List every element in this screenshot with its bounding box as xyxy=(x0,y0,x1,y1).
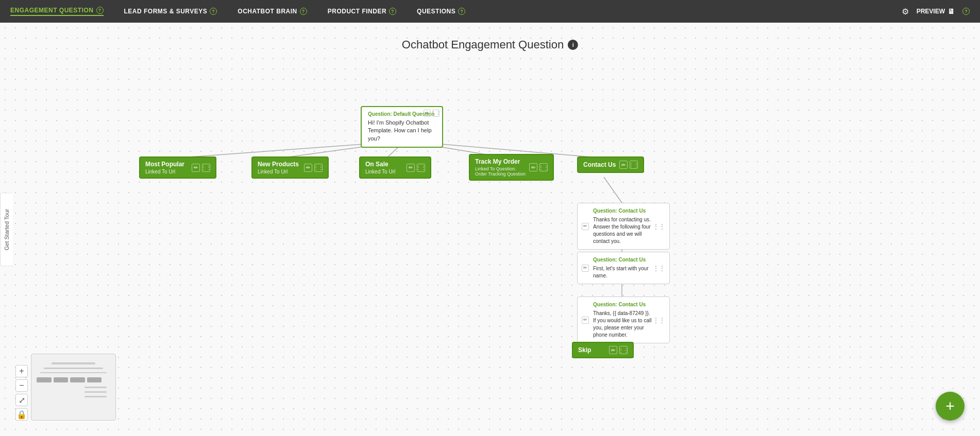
preview-help-icon[interactable]: ? xyxy=(962,8,970,15)
most-popular-label: Most Popular xyxy=(145,161,189,168)
new-products-label: New Products xyxy=(258,161,301,168)
nav-product-finder[interactable]: PRODUCT FINDER ? xyxy=(328,8,396,15)
q2-drag-icon[interactable]: ⋮⋮ xyxy=(653,264,665,272)
q3-text: Thanks, {{ data-87249 }}. If you would l… xyxy=(593,310,654,339)
svg-line-5 xyxy=(604,177,622,203)
preview-button[interactable]: PREVIEW 🖥 xyxy=(917,7,955,15)
q3-title: Question: Contact Us xyxy=(593,301,654,308)
settings-icon[interactable]: ⚙ xyxy=(902,7,909,16)
question-node-2[interactable]: ✏ Question: Contact Us First, let's star… xyxy=(577,252,670,284)
minimap xyxy=(31,354,116,421)
zoom-out-icon: − xyxy=(19,381,24,390)
nav-right-section: ⚙ PREVIEW 🖥 ? xyxy=(902,7,970,16)
get-started-label: Get Started Tour xyxy=(4,208,10,250)
on-sale-sub: Linked To Url xyxy=(365,169,403,175)
zoom-out-button[interactable]: − xyxy=(15,379,28,392)
on-sale-node[interactable]: On Sale Linked To Url ✏ ⋮⋮ xyxy=(359,156,431,179)
question-node-1[interactable]: ✏ Question: Contact Us Thanks for contac… xyxy=(577,203,670,250)
contact-us-drag-icon[interactable]: ⋮⋮ xyxy=(630,161,638,169)
preview-screen-icon: 🖥 xyxy=(948,7,955,15)
page-title-text: Ochatbot Engagement Question xyxy=(402,38,564,51)
zoom-lock-icon: 🔒 xyxy=(16,410,27,420)
question-node-3[interactable]: ✏ Question: Contact Us Thanks, {{ data-8… xyxy=(577,297,670,343)
minimap-line-3 xyxy=(40,372,107,373)
minimap-line-1 xyxy=(52,362,96,364)
root-node-text: Hi! I'm Shopify Ochatbot Template. How c… xyxy=(368,119,436,143)
q3-edit-icon[interactable]: ✏ xyxy=(582,317,589,324)
nav-engagement-question[interactable]: ENGAGEMENT QUESTION ? xyxy=(10,7,104,16)
q2-edit-icon[interactable]: ✏ xyxy=(582,265,589,272)
skip-label: Skip xyxy=(578,346,606,354)
minimap-line-5 xyxy=(85,391,107,393)
skip-node[interactable]: Skip ✏ ⋮⋮ xyxy=(572,342,634,358)
contact-us-label: Contact Us xyxy=(583,161,616,168)
page-title: Ochatbot Engagement Question i xyxy=(402,38,578,51)
q1-edit-icon[interactable]: ✏ xyxy=(582,223,589,230)
new-products-node[interactable]: New Products Linked To Url ✏ ⋮⋮ xyxy=(251,156,329,179)
nav-engagement-label: ENGAGEMENT QUESTION xyxy=(10,7,94,14)
top-navigation: ENGAGEMENT QUESTION ? LEAD FORMS & SURVE… xyxy=(0,0,980,23)
engagement-help-icon[interactable]: ? xyxy=(96,7,104,14)
q1-text: Thanks for contacting us. Answer the fol… xyxy=(593,216,654,245)
skip-drag-icon[interactable]: ⋮⋮ xyxy=(619,346,628,354)
q2-text: First, let's start with your name. xyxy=(593,265,654,280)
nav-lead-forms-label: LEAD FORMS & SURVEYS xyxy=(124,8,208,15)
nav-questions[interactable]: QUESTIONS ? xyxy=(417,8,465,15)
most-popular-node[interactable]: Most Popular Linked To Url ✏ ⋮⋮ xyxy=(139,156,216,179)
track-order-label: Track My Order xyxy=(475,158,526,165)
canvas-area: Get Started Tour Ochatbot Engagement Que… xyxy=(0,23,980,436)
on-sale-label: On Sale xyxy=(365,161,403,168)
zoom-in-icon: + xyxy=(19,367,24,376)
brain-help-icon[interactable]: ? xyxy=(300,8,307,15)
root-node-drag-icon[interactable]: ⋮⋮ xyxy=(432,110,440,117)
minimap-nodes-row xyxy=(37,377,110,382)
questions-help-icon[interactable]: ? xyxy=(458,8,465,15)
page-info-icon[interactable]: i xyxy=(568,40,578,50)
nav-brain-label: OCHATBOT BRAIN xyxy=(238,8,297,15)
skip-edit-icon[interactable]: ✏ xyxy=(609,346,617,354)
zoom-fit-button[interactable]: ⤢ xyxy=(15,394,28,406)
get-started-tab[interactable]: Get Started Tour xyxy=(0,193,13,266)
track-order-drag-icon[interactable]: ⋮⋮ xyxy=(539,163,548,171)
nav-questions-label: QUESTIONS xyxy=(417,8,455,15)
most-popular-drag-icon[interactable]: ⋮⋮ xyxy=(202,164,210,172)
nav-lead-forms[interactable]: LEAD FORMS & SURVEYS ? xyxy=(124,8,217,15)
q1-drag-icon[interactable]: ⋮⋮ xyxy=(653,222,665,231)
most-popular-edit-icon[interactable]: ✏ xyxy=(192,164,200,172)
connection-lines xyxy=(0,23,980,436)
preview-label: PREVIEW xyxy=(917,8,945,15)
contact-us-node[interactable]: Contact Us ✏ ⋮⋮ xyxy=(577,156,644,173)
on-sale-edit-icon[interactable]: ✏ xyxy=(407,164,415,172)
new-products-sub: Linked To Url xyxy=(258,169,301,175)
track-order-edit-icon[interactable]: ✏ xyxy=(529,163,537,171)
minimap-line-6 xyxy=(85,396,107,397)
new-products-edit-icon[interactable]: ✏ xyxy=(304,164,312,172)
q1-title: Question: Contact Us xyxy=(593,207,654,215)
zoom-lock-button[interactable]: 🔒 xyxy=(15,408,28,421)
new-products-drag-icon[interactable]: ⋮⋮ xyxy=(314,164,323,172)
minimap-line-2 xyxy=(44,368,103,369)
add-fab-button[interactable]: + xyxy=(936,392,965,421)
lead-forms-help-icon[interactable]: ? xyxy=(210,8,217,15)
track-order-sub: Linked To Question: Order Tracking Quest… xyxy=(475,166,526,177)
most-popular-sub: Linked To Url xyxy=(145,169,189,175)
root-node-edit-icon[interactable]: ✏ xyxy=(424,110,431,117)
track-order-node[interactable]: Track My Order Linked To Question: Order… xyxy=(469,154,554,181)
product-finder-help-icon[interactable]: ? xyxy=(389,8,396,15)
root-node[interactable]: ✏ ⋮⋮ Question: Default Question Hi! I'm … xyxy=(361,106,443,148)
add-fab-icon: + xyxy=(945,397,955,415)
zoom-fit-icon: ⤢ xyxy=(19,395,25,405)
q3-drag-icon[interactable]: ⋮⋮ xyxy=(653,316,665,324)
zoom-in-button[interactable]: + xyxy=(15,365,28,377)
contact-us-edit-icon[interactable]: ✏ xyxy=(619,161,628,169)
nav-product-finder-label: PRODUCT FINDER xyxy=(328,8,386,15)
on-sale-drag-icon[interactable]: ⋮⋮ xyxy=(417,164,425,172)
root-node-icons: ✏ ⋮⋮ xyxy=(424,110,440,117)
minimap-line-4 xyxy=(85,387,107,388)
zoom-controls: + − ⤢ 🔒 xyxy=(15,365,28,421)
nav-brain[interactable]: OCHATBOT BRAIN ? xyxy=(238,8,307,15)
q2-title: Question: Contact Us xyxy=(593,256,654,264)
